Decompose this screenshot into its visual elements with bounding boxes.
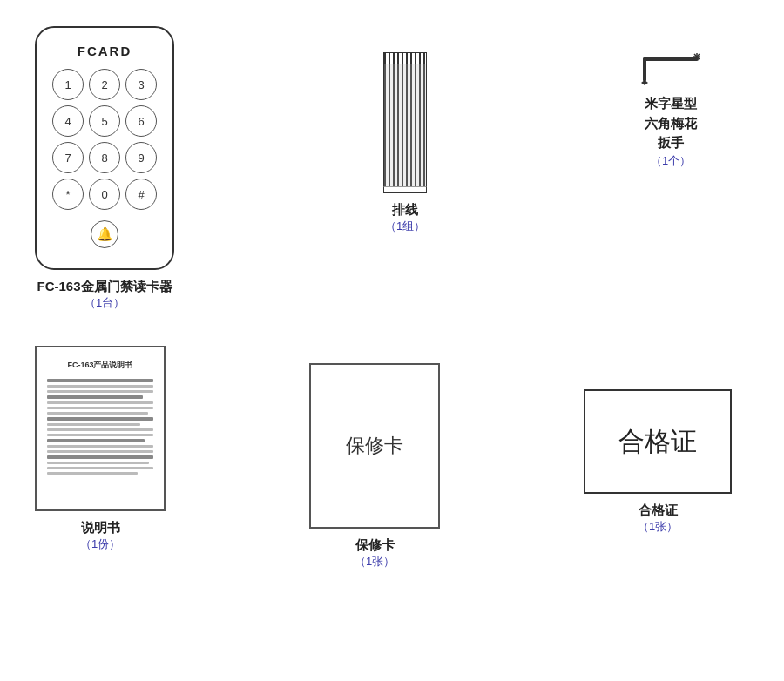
wrench-image-container: 米字星型 六角梅花 扳手 （1个） xyxy=(618,35,723,169)
key-9: 9 xyxy=(125,142,157,173)
certificate-quantity: （1张） xyxy=(638,519,678,535)
ribbon-bottom xyxy=(383,186,427,193)
ribbon-block: 排线 （1组） xyxy=(379,52,431,234)
key-4: 4 xyxy=(52,105,84,137)
key-7: 7 xyxy=(52,142,84,173)
manual-quantity: （1份） xyxy=(80,536,120,552)
ribbon-label: 排线 xyxy=(392,202,418,219)
key-3: 3 xyxy=(125,69,157,100)
warranty-card-inner-text: 保修卡 xyxy=(346,433,403,459)
keypad: 1 2 3 4 5 6 7 8 9 * 0 # xyxy=(52,69,157,210)
ribbon-top xyxy=(383,52,427,64)
key-8: 8 xyxy=(89,142,120,173)
card-reader-quantity: （1台） xyxy=(84,295,125,311)
warranty-image: 保修卡 xyxy=(309,363,440,529)
certificate-label: 合格证 xyxy=(639,502,678,519)
key-2: 2 xyxy=(89,69,120,100)
ribbon-body xyxy=(383,64,427,186)
card-reader-block: FCARD 1 2 3 4 5 6 7 8 9 * 0 # 🔔 FC-163金属 xyxy=(35,26,174,311)
wrench-image xyxy=(636,35,706,87)
manual-label: 说明书 xyxy=(81,520,120,536)
manual-image: FC-163产品说明书 xyxy=(35,346,166,511)
ribbon-image xyxy=(379,52,431,193)
manual-book-title: FC-163产品说明书 xyxy=(47,360,153,371)
wrench-block: 米字星型 六角梅花 扳手 （1个） xyxy=(618,35,723,169)
page: FCARD 1 2 3 4 5 6 7 8 9 * 0 # 🔔 FC-163金属 xyxy=(0,0,784,681)
ribbon-quantity: （1组） xyxy=(385,219,425,234)
top-row: FCARD 1 2 3 4 5 6 7 8 9 * 0 # 🔔 FC-163金属 xyxy=(35,26,749,311)
key-0: 0 xyxy=(89,179,120,210)
bell-icon: 🔔 xyxy=(91,220,118,248)
certificate-image: 合格证 xyxy=(584,389,732,494)
certificate-inner-text: 合格证 xyxy=(618,424,697,460)
certificate-block: 合格证 合格证 （1张） xyxy=(584,389,732,535)
key-1: 1 xyxy=(52,69,84,100)
wrench-quantity: （1个） xyxy=(651,153,691,169)
warranty-label: 保修卡 xyxy=(355,537,395,554)
wrench-label: 米字星型 六角梅花 扳手 xyxy=(645,94,697,153)
brand-label: FCARD xyxy=(78,44,132,58)
key-6: 6 xyxy=(125,105,157,137)
manual-lines xyxy=(47,379,153,475)
wrench-svg xyxy=(636,35,706,87)
svg-marker-6 xyxy=(641,80,648,85)
card-reader-label: FC-163金属门禁读卡器 xyxy=(37,279,172,295)
warranty-block: 保修卡 保修卡 （1张） xyxy=(309,363,440,570)
key-5: 5 xyxy=(89,105,120,137)
key-hash: # xyxy=(125,179,157,210)
key-star: * xyxy=(52,179,84,210)
warranty-quantity: （1张） xyxy=(355,554,395,570)
bottom-row: FC-163产品说明书 xyxy=(35,346,749,570)
card-reader-image: FCARD 1 2 3 4 5 6 7 8 9 * 0 # 🔔 xyxy=(35,26,174,270)
manual-block: FC-163产品说明书 xyxy=(35,346,166,552)
